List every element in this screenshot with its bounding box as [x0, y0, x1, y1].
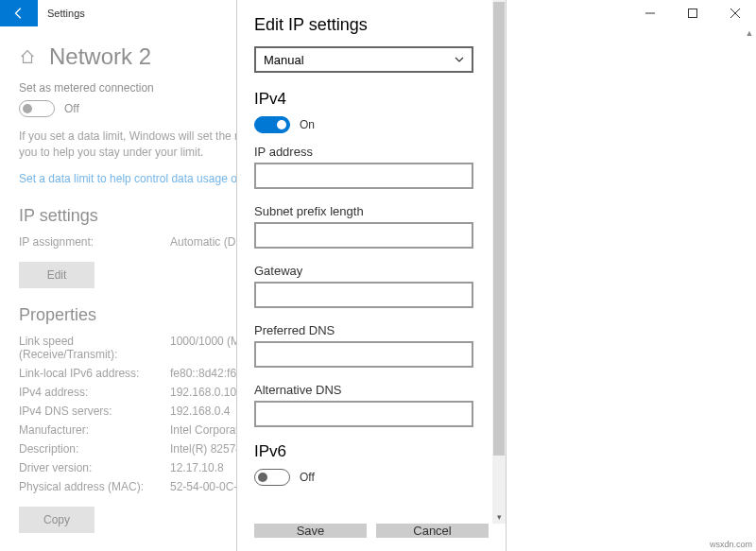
property-key: Manufacturer:	[19, 423, 170, 437]
close-button[interactable]	[713, 0, 756, 26]
toggle-knob	[23, 104, 32, 113]
toggle-knob	[277, 120, 286, 129]
alternative-dns-label: Alternative DNS	[254, 383, 473, 397]
subnet-input[interactable]	[254, 222, 473, 249]
page-scrollbar[interactable]: ▲	[743, 26, 756, 551]
subnet-label: Subnet prefix length	[254, 204, 473, 218]
minimize-icon	[645, 9, 655, 18]
property-value: 192.168.0.4	[170, 405, 230, 418]
property-value: 12.17.10.8	[170, 461, 224, 474]
ipv6-title: IPv6	[254, 442, 473, 461]
save-button[interactable]: Save	[254, 524, 367, 538]
edit-button[interactable]: Edit	[19, 262, 94, 288]
scroll-down-icon: ▾	[492, 510, 506, 524]
scroll-thumb[interactable]	[493, 2, 505, 456]
ipv6-state: Off	[300, 471, 315, 484]
ipv4-title: IPv4	[254, 90, 473, 109]
svg-rect-1	[688, 9, 696, 18]
close-icon	[730, 9, 740, 18]
window-controls	[628, 0, 756, 26]
property-key: Physical address (MAC):	[19, 480, 170, 493]
metered-toggle[interactable]	[19, 100, 55, 117]
ipv4-state: On	[300, 118, 315, 131]
property-key: Description:	[19, 442, 170, 456]
gateway-label: Gateway	[254, 264, 473, 278]
metered-state: Off	[64, 102, 79, 115]
gateway-input[interactable]	[254, 282, 473, 308]
cancel-button[interactable]: Cancel	[376, 524, 489, 538]
property-key: IPv4 address:	[19, 386, 170, 399]
scroll-up-icon: ▲	[743, 26, 756, 40]
mode-select[interactable]: Manual	[254, 46, 473, 73]
ip-assignment-label: IP assignment:	[19, 235, 170, 249]
home-icon	[19, 48, 36, 65]
mode-value: Manual	[264, 53, 304, 67]
chevron-down-icon	[455, 55, 464, 64]
property-value: 52-54-00-0C-A	[170, 480, 245, 493]
arrow-left-icon	[12, 7, 26, 20]
page-title: Network 2	[49, 43, 151, 70]
copy-button[interactable]: Copy	[19, 507, 94, 533]
watermark: wsxdn.com	[710, 540, 752, 549]
property-key: IPv4 DNS servers:	[19, 405, 170, 418]
property-key: Driver version:	[19, 461, 170, 474]
minimize-button[interactable]	[628, 0, 671, 26]
maximize-icon	[688, 9, 697, 18]
property-value: fe80::8d42:f6f6	[170, 367, 246, 380]
back-button[interactable]	[0, 0, 38, 26]
ip-address-label: IP address	[254, 145, 473, 159]
ipv6-toggle[interactable]	[254, 469, 290, 486]
toggle-knob	[258, 473, 267, 482]
edit-ip-dialog: ▴ ▾ Edit IP settings Manual IPv4 On IP a…	[236, 0, 507, 551]
property-key: Link-local IPv6 address:	[19, 367, 170, 380]
ipv4-toggle[interactable]	[254, 116, 290, 133]
dialog-title: Edit IP settings	[254, 15, 473, 35]
property-key: Link speed (Receive/Transmit):	[19, 335, 170, 361]
preferred-dns-label: Preferred DNS	[254, 323, 473, 337]
maximize-button[interactable]	[671, 0, 713, 26]
ip-address-input[interactable]	[254, 163, 473, 189]
alternative-dns-input[interactable]	[254, 401, 473, 427]
preferred-dns-input[interactable]	[254, 341, 473, 368]
dialog-scrollbar[interactable]: ▴ ▾	[492, 0, 506, 524]
property-value: 192.168.0.105	[170, 386, 243, 399]
